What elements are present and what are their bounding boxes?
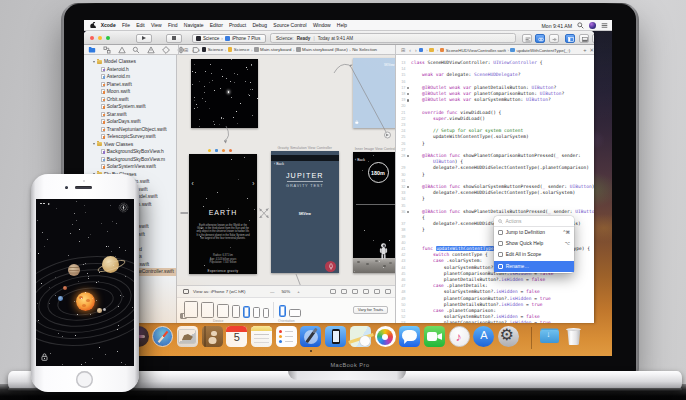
embed-icon[interactable] xyxy=(341,289,347,294)
menu-view[interactable]: View xyxy=(148,22,165,28)
scene-altitude-gauge[interactable]: ‹ Back 180m xyxy=(353,152,396,273)
version-editor-button[interactable] xyxy=(549,34,559,43)
dock-icon-preferences[interactable] xyxy=(498,326,519,347)
apple-menu-icon[interactable] xyxy=(90,22,96,29)
connection-well-icon[interactable] xyxy=(407,99,410,102)
menu-source-control[interactable]: Source Control xyxy=(270,22,310,28)
navigator-group[interactable]: View Classes xyxy=(84,141,177,149)
menu-help[interactable]: Help xyxy=(334,22,350,28)
menu-edit[interactable]: Edit xyxy=(133,22,148,28)
menu-product[interactable]: Product xyxy=(226,22,249,28)
standard-editor-button[interactable] xyxy=(522,34,532,43)
popup-item-edit-all-in-scope[interactable]: Edit All in Scope xyxy=(494,249,574,260)
earth-footer-button[interactable]: Experience gravity xyxy=(189,269,257,273)
device-iphone-se[interactable] xyxy=(253,307,260,318)
menu-debug[interactable]: Debug xyxy=(249,22,270,28)
siri-icon[interactable] xyxy=(589,22,596,29)
align-icon[interactable] xyxy=(363,289,369,294)
dock-icon-safari[interactable] xyxy=(152,326,173,347)
dock-icon-trash[interactable] xyxy=(563,326,584,347)
storyboard-breadcrumb[interactable]: Science xyxy=(234,48,250,53)
forward-icon[interactable]: › xyxy=(198,47,200,53)
dock-icon-calendar[interactable]: 5 xyxy=(226,326,247,347)
exit-icon[interactable] xyxy=(229,149,232,152)
dock-icon-contacts[interactable] xyxy=(202,326,223,347)
dock-icon-photos[interactable] xyxy=(375,326,396,347)
menu-editor[interactable]: Editor xyxy=(207,22,226,28)
popup-item-show-quick-help[interactable]: Show Quick Help⌥ xyxy=(494,238,574,249)
first-responder-icon[interactable] xyxy=(222,149,225,152)
dock-icon-facetime[interactable] xyxy=(424,326,445,347)
view-as-label[interactable]: View as: iPhone 7 (wC hR) xyxy=(193,289,245,294)
storyboard-breadcrumb[interactable]: Main.storyboard xyxy=(260,48,291,53)
update-frames-icon[interactable] xyxy=(330,289,336,294)
close-window-button[interactable] xyxy=(90,36,94,40)
forward-icon[interactable]: › xyxy=(415,47,417,53)
scene-jupiter-gravity[interactable]: ‹ Back JUPITER GRAVITY TEST SKView xyxy=(271,151,339,273)
zoom-out-button[interactable]: — xyxy=(270,289,274,294)
scheme-selector[interactable]: Science › iPhone 7 Plus xyxy=(192,34,266,43)
record-button[interactable] xyxy=(325,261,336,272)
back-button[interactable]: ‹ Back xyxy=(274,162,284,166)
debug-area-toggle[interactable] xyxy=(579,34,589,43)
connection-well-icon[interactable] xyxy=(407,93,410,96)
storyboard-breadcrumb[interactable]: Science xyxy=(208,48,224,53)
back-icon[interactable]: ‹ xyxy=(192,47,194,53)
stack-icon[interactable] xyxy=(352,289,358,294)
menu-navigate[interactable]: Navigate xyxy=(181,22,207,28)
zoom-window-button[interactable] xyxy=(106,36,110,40)
dock-icon-messages[interactable] xyxy=(399,326,420,347)
dock-icon-simulator[interactable] xyxy=(325,326,346,347)
selected-object-icon[interactable] xyxy=(215,149,218,152)
run-button[interactable] xyxy=(136,34,152,43)
resolve-icon[interactable] xyxy=(385,289,391,294)
orientation-portrait[interactable] xyxy=(279,305,286,317)
notification-center-icon[interactable] xyxy=(601,22,608,29)
navigator-file[interactable]: SolarDays.swift xyxy=(84,118,177,126)
navigator-file[interactable]: SolarSystem.swift xyxy=(84,103,177,111)
device-ipad-air[interactable] xyxy=(201,302,214,318)
navigator-file[interactable]: BackgroundSkyBoxView.m xyxy=(84,156,177,164)
symbol-navigator-icon[interactable] xyxy=(118,46,126,54)
device-iphone7-selected[interactable] xyxy=(243,306,250,318)
device-config-toggle[interactable] xyxy=(183,289,189,294)
next-planet-chevron[interactable]: › xyxy=(252,180,254,187)
back-icon[interactable]: ‹ xyxy=(409,47,411,53)
menu-bar-clock[interactable]: Mon 9:41 AM xyxy=(541,23,572,29)
navigator-file[interactable]: Moon.swift xyxy=(84,88,177,96)
storyboard-canvas[interactable]: SKView ‹ › EARTH Earth otherwise known a… xyxy=(177,55,395,285)
iphone-screen[interactable] xyxy=(36,199,134,366)
dock-icon-appstore[interactable]: A xyxy=(473,326,494,347)
connection-well-icon[interactable] xyxy=(407,155,410,158)
orientation-landscape[interactable] xyxy=(289,309,301,317)
lock-icon[interactable] xyxy=(41,353,48,361)
dock-icon-reminders[interactable] xyxy=(276,326,297,347)
add-assistant-editor-button[interactable]: + xyxy=(583,47,586,53)
editor-jump-bar[interactable]: ⊞ ‹ › › › SceneHUDViewController.swift ›… xyxy=(395,45,594,55)
vary-for-traits-button[interactable]: Vary for Traits xyxy=(353,306,388,315)
actions-search-field[interactable]: Actions xyxy=(494,216,574,227)
navigator-group[interactable]: Model Classes xyxy=(84,58,177,66)
navigator-file[interactable]: Asteroid.h xyxy=(84,66,177,74)
project-navigator-icon[interactable] xyxy=(88,46,96,54)
device-ipad-mini[interactable] xyxy=(217,304,229,318)
assistant-editor-button[interactable] xyxy=(535,34,545,43)
navigator-file[interactable]: TransNeptunianObject.swift xyxy=(84,126,177,134)
scene-earth-details[interactable]: ‹ › EARTH Earth otherwise known as the W… xyxy=(189,154,257,274)
device-iphone4[interactable] xyxy=(263,308,269,318)
navigator-file[interactable]: Orbit.swift xyxy=(84,96,177,104)
disclosure-triangle-icon[interactable] xyxy=(93,143,95,145)
navigator-file[interactable]: Planet.swift xyxy=(84,81,177,89)
home-button[interactable] xyxy=(76,371,93,388)
connection-well-icon[interactable] xyxy=(407,87,410,90)
navigator-file[interactable]: Star.swift xyxy=(84,111,177,119)
storyboard-breadcrumb[interactable]: No Selection xyxy=(352,48,377,53)
zoom-in-button[interactable]: + xyxy=(297,289,300,294)
code-line[interactable]: 53 planetComparisonButton?.isHidden = tr… xyxy=(396,320,594,323)
previous-planet-chevron[interactable]: ‹ xyxy=(192,180,194,187)
device-ipad-pro[interactable] xyxy=(184,301,198,318)
close-assistant-editor-button[interactable]: ✕ xyxy=(589,47,594,53)
storyboard-breadcrumb[interactable]: Main.storyboard (Base) xyxy=(302,48,348,53)
menu-file[interactable]: File xyxy=(119,22,133,28)
dock-icon-mail[interactable] xyxy=(177,326,198,347)
